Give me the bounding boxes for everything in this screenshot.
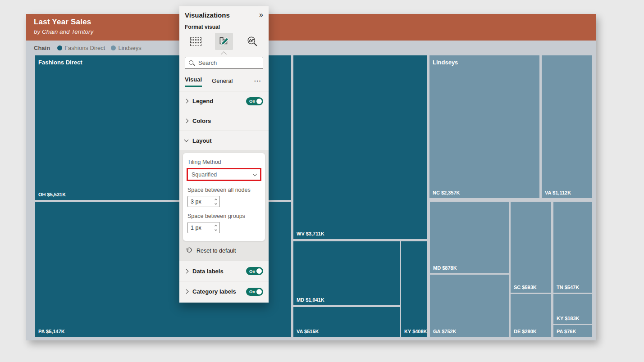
layout-settings-card: Tiling Method Squarified Space between a… <box>183 153 265 241</box>
analytics-glyph <box>247 36 258 47</box>
search-box[interactable] <box>185 57 263 69</box>
data-label: VA $1,112K <box>545 190 571 195</box>
data-label: OH $5,531K <box>38 192 66 197</box>
tab-general[interactable]: General <box>212 77 233 87</box>
data-label: DE $280K <box>514 329 537 334</box>
spinner-buttons[interactable] <box>215 199 217 204</box>
section-category-labels-label: Category labels <box>192 288 236 295</box>
spinner-down-icon <box>215 202 217 205</box>
data-label: GA $752K <box>433 329 457 334</box>
category-labels-toggle[interactable]: On <box>246 288 263 296</box>
legend-item-fashions-direct[interactable]: Fashions Direct <box>57 45 105 51</box>
toggle-on-label: On <box>249 269 255 274</box>
data-label: TN $547K <box>557 285 579 290</box>
spinner-up-icon <box>215 199 217 201</box>
treemap-tile-lindseys-nc[interactable]: LindseysNC $2,357K <box>429 55 539 198</box>
treemap-tile-fashions-direct-va[interactable]: VA $515K <box>293 307 400 337</box>
tiling-method-label: Tiling Method <box>187 159 260 165</box>
category-label-lindseys: Lindseys <box>433 59 458 66</box>
legend-bar: Chain Fashions DirectLindseys <box>26 41 596 55</box>
layout-expanded-area: Tiling Method Squarified Space between a… <box>179 150 269 261</box>
visualizations-pane: Visualizations » Format visual <box>179 6 269 303</box>
pane-section-label: Format visual <box>179 19 269 30</box>
space-nodes-value: 3 px <box>191 199 201 205</box>
format-visual-icon[interactable] <box>215 33 233 50</box>
data-label: VA $515K <box>297 329 319 334</box>
section-data-labels[interactable]: Data labels On <box>179 261 269 281</box>
category-label-fashions-direct: Fashions Direct <box>38 59 82 66</box>
visual-subtitle: by Chain and Territory <box>34 28 596 35</box>
legend-dot-lindseys <box>111 45 116 50</box>
treemap: Fashions DirectOH $5,531KPA $5,147KWV $3… <box>35 55 592 337</box>
legend-item-lindseys[interactable]: Lindseys <box>111 45 141 51</box>
search-icon <box>189 60 195 66</box>
section-layout-label: Layout <box>192 137 212 144</box>
fields-dashed-icon <box>190 37 201 46</box>
chevron-right-icon <box>184 119 189 123</box>
spinner-down-icon <box>215 228 217 231</box>
data-label: WV $3,711K <box>297 231 324 236</box>
search-input[interactable] <box>198 59 278 66</box>
treemap-tile-fashions-direct-wv[interactable]: WV $3,711K <box>293 55 427 239</box>
chevron-right-icon <box>184 290 189 294</box>
section-legend[interactable]: Legend On <box>179 91 269 111</box>
treemap-tile-lindseys-ga[interactable]: GA $752K <box>430 275 509 337</box>
legend-dot-fashions-direct <box>57 45 62 50</box>
tab-visual[interactable]: Visual <box>185 76 202 87</box>
reset-label: Reset to default <box>196 248 236 254</box>
toggle-knob <box>256 99 262 104</box>
section-category-labels[interactable]: Category labels On <box>179 281 269 302</box>
section-colors[interactable]: Colors <box>179 111 269 131</box>
space-groups-label: Space between groups <box>187 213 260 219</box>
data-label: NC $2,357K <box>433 190 460 195</box>
pane-tabs: Visual General ··· <box>185 76 263 87</box>
legend-items: Fashions DirectLindseys <box>57 45 147 51</box>
space-nodes-label: Space between all nodes <box>187 187 260 193</box>
section-legend-label: Legend <box>192 98 213 104</box>
spinner-buttons[interactable] <box>215 225 217 231</box>
legend-toggle[interactable]: On <box>246 97 263 105</box>
chevron-down-icon <box>253 172 257 176</box>
treemap-tile-lindseys-sc[interactable]: SC $593K <box>511 202 551 293</box>
space-nodes-input[interactable]: 3 px <box>187 196 220 207</box>
section-colors-label: Colors <box>192 118 211 124</box>
data-label: SC $593K <box>514 285 537 290</box>
treemap-tile-lindseys-tn[interactable]: TN $547K <box>553 202 592 293</box>
treemap-tile-lindseys-pa[interactable]: PA $76K <box>553 325 592 337</box>
legend-item-label: Lindseys <box>118 45 141 51</box>
collapse-pane-button[interactable]: » <box>259 11 263 19</box>
treemap-tile-lindseys-ky[interactable]: KY $183K <box>553 294 592 324</box>
data-label: PA $76K <box>557 329 576 334</box>
treemap-tile-lindseys-de[interactable]: DE $280K <box>511 294 551 337</box>
data-labels-toggle[interactable]: On <box>246 267 263 275</box>
section-layout[interactable]: Layout <box>179 131 269 150</box>
toggle-on-label: On <box>249 289 255 294</box>
treemap-tile-lindseys-md[interactable]: MD $878K <box>430 202 509 273</box>
visual-title: Last Year Sales <box>34 18 596 27</box>
data-label: MD $878K <box>433 265 457 271</box>
treemap-tile-fashions-direct-ky[interactable]: KY $408K <box>401 241 427 337</box>
report-page: Last Year Sales by Chain and Territory C… <box>26 14 596 340</box>
section-data-labels-label: Data labels <box>192 268 224 275</box>
chevron-down-icon <box>184 138 189 142</box>
format-visual-glyph <box>218 36 230 47</box>
reset-to-default-button[interactable]: Reset to default <box>183 241 265 261</box>
toggle-on-label: On <box>249 99 255 104</box>
toggle-knob <box>256 268 262 274</box>
tiling-method-dropdown[interactable]: Squarified <box>188 169 260 180</box>
treemap-tile-lindseys-va[interactable]: VA $1,112K <box>542 55 592 198</box>
space-groups-input[interactable]: 1 px <box>187 222 220 233</box>
pane-title: Visualizations <box>185 11 230 19</box>
chevron-right-icon <box>184 99 189 104</box>
highlight-box: Squarified <box>187 168 261 181</box>
legend-title: Chain <box>34 45 50 51</box>
build-visual-icon[interactable] <box>187 33 205 50</box>
tab-more-options[interactable]: ··· <box>254 77 261 87</box>
treemap-tile-fashions-direct-md[interactable]: MD $1,041K <box>293 241 400 305</box>
tiling-method-value: Squarified <box>192 172 217 178</box>
data-label: MD $1,041K <box>297 297 324 303</box>
analytics-icon[interactable] <box>243 33 261 50</box>
space-groups-value: 1 px <box>191 225 201 231</box>
legend-item-label: Fashions Direct <box>64 45 105 51</box>
toggle-knob <box>256 289 262 294</box>
